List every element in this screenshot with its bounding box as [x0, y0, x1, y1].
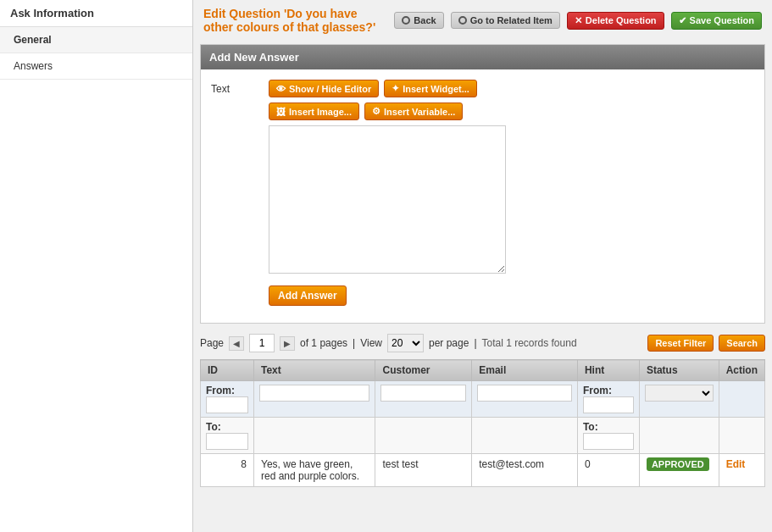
- panel-header: Add New Answer: [201, 45, 764, 69]
- col-hint: Hint: [577, 360, 639, 381]
- save-icon: ✔: [679, 15, 686, 26]
- cell-status: APPROVED: [639, 454, 719, 487]
- go-to-related-button[interactable]: Go to Related Item: [451, 12, 560, 29]
- sidebar-item-answers[interactable]: Answers: [0, 53, 192, 80]
- col-status: Status: [639, 360, 719, 381]
- filter-customer-from[interactable]: [380, 385, 466, 402]
- filter-id-from[interactable]: [206, 396, 248, 413]
- filter-id-to[interactable]: [206, 433, 248, 450]
- filter-text-from[interactable]: [259, 385, 369, 402]
- filter-row-to: To: To:: [201, 418, 765, 454]
- answers-table: ID Text Customer Email Hint Status Actio…: [200, 359, 765, 487]
- filter-email-from[interactable]: [477, 385, 572, 402]
- sidebar-title: Ask Information: [0, 0, 192, 27]
- cell-email: test@test.com: [472, 454, 578, 487]
- of-pages-label: of 1 pages: [300, 337, 347, 349]
- cell-action: Edit: [719, 454, 764, 487]
- edit-link[interactable]: Edit: [726, 458, 746, 470]
- reset-filter-button[interactable]: Reset Filter: [647, 335, 714, 352]
- cell-text: Yes, we have green, red and purple color…: [254, 454, 375, 487]
- page-next-button[interactable]: ▶: [280, 336, 295, 351]
- save-question-button[interactable]: ✔ Save Question: [671, 12, 762, 30]
- cell-id: 8: [201, 454, 254, 487]
- related-icon: [458, 16, 467, 25]
- insert-variable-button[interactable]: ⚙ Insert Variable...: [364, 103, 463, 120]
- widget-icon: ✦: [392, 83, 399, 94]
- insert-widget-button[interactable]: ✦ Insert Widget...: [384, 80, 477, 97]
- filter-from-label: From:: [206, 385, 235, 396]
- sidebar-item-general[interactable]: General: [0, 27, 192, 53]
- filter-row-from: From: From:: [201, 381, 765, 418]
- eye-icon: 👁: [276, 84, 286, 94]
- page-input[interactable]: [249, 334, 275, 352]
- answer-textarea[interactable]: [269, 125, 506, 274]
- col-customer: Customer: [375, 360, 472, 381]
- page-title: Edit Question 'Do you have other colours…: [203, 7, 387, 34]
- filter-to-label: To:: [206, 421, 221, 433]
- text-label: Text: [211, 80, 262, 95]
- cell-hint: 0: [577, 454, 639, 487]
- cell-customer: test test: [375, 454, 472, 487]
- total-records: Total 1 records found: [482, 337, 577, 349]
- status-badge: APPROVED: [647, 457, 709, 471]
- view-label: View: [360, 337, 382, 349]
- add-answer-panel: Add New Answer Text 👁 Show / Hide Editor…: [200, 44, 765, 324]
- delete-icon: ✕: [575, 15, 582, 26]
- show-hide-editor-button[interactable]: 👁 Show / Hide Editor: [269, 80, 379, 97]
- pagination-bar: Page ◀ ▶ of 1 pages | View 20 50 100 per…: [193, 327, 772, 359]
- col-id: ID: [201, 360, 254, 381]
- filter-hint-from-label: From:: [583, 385, 612, 396]
- page-label: Page: [200, 337, 224, 349]
- insert-image-button[interactable]: 🖼 Insert Image...: [269, 103, 359, 120]
- col-email: Email: [472, 360, 578, 381]
- add-answer-button[interactable]: Add Answer: [269, 285, 347, 306]
- image-icon: 🖼: [276, 107, 286, 117]
- search-button[interactable]: Search: [719, 335, 765, 352]
- per-page-select[interactable]: 20 50 100: [387, 334, 424, 352]
- filter-hint-from[interactable]: [583, 396, 634, 413]
- filter-hint-to-label: To:: [583, 421, 598, 433]
- table-row: 8 Yes, we have green, red and purple col…: [201, 454, 765, 487]
- col-action: Action: [719, 360, 764, 381]
- filter-status-select[interactable]: APPROVED PENDING: [645, 385, 714, 402]
- back-icon: [402, 16, 410, 25]
- per-page-label: per page: [429, 337, 469, 349]
- variable-icon: ⚙: [372, 106, 380, 117]
- back-button[interactable]: Back: [394, 12, 443, 29]
- filter-hint-to[interactable]: [583, 433, 634, 450]
- col-text: Text: [254, 360, 375, 381]
- page-prev-button[interactable]: ◀: [229, 336, 244, 351]
- delete-question-button[interactable]: ✕ Delete Question: [567, 12, 664, 30]
